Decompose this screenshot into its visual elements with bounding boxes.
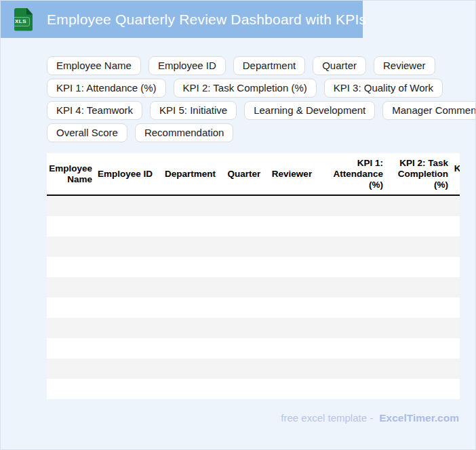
field-chip[interactable]: KPI 5: Initiative xyxy=(150,101,237,120)
table-row xyxy=(47,196,460,216)
xls-icon-label: XLS xyxy=(12,17,30,26)
table-row xyxy=(47,237,460,257)
page-title: Employee Quarterly Review Dashboard with… xyxy=(47,12,366,28)
column-header: KPI 3: Quality of Work xyxy=(452,153,460,195)
table-row xyxy=(47,298,460,318)
field-chip[interactable]: Department xyxy=(233,56,305,75)
column-header: KPI 2: Task Completion (%) xyxy=(387,153,452,195)
field-chip[interactable]: Recommendation xyxy=(135,123,234,142)
table-row xyxy=(47,379,460,399)
chip-row-3: KPI 4: TeamworkKPI 5: InitiativeLearning… xyxy=(47,101,476,120)
field-chip[interactable]: Manager Comments xyxy=(382,101,476,120)
field-chip[interactable]: KPI 1: Attendance (%) xyxy=(47,79,166,98)
table-row xyxy=(47,318,460,338)
field-chip[interactable]: KPI 4: Teamwork xyxy=(47,101,142,120)
table-row xyxy=(47,359,460,379)
table-body xyxy=(47,196,460,399)
field-chip[interactable]: Reviewer xyxy=(374,56,435,75)
footer-text: free excel template - xyxy=(281,412,373,424)
footer-brand-link[interactable]: ExcelTimer.com xyxy=(379,412,459,424)
app-header: XLS Employee Quarterly Review Dashboard … xyxy=(1,1,363,38)
table-row xyxy=(47,216,460,237)
field-chip[interactable]: Employee Name xyxy=(47,56,141,75)
chip-row-1: Employee NameEmployee IDDepartmentQuarte… xyxy=(47,56,476,75)
table-row xyxy=(47,257,460,277)
column-header: Department xyxy=(157,153,224,195)
field-chip[interactable]: Quarter xyxy=(313,56,366,75)
column-header: KPI 1: Attendance (%) xyxy=(319,153,387,195)
field-chip[interactable]: KPI 2: Task Completion (%) xyxy=(174,79,317,98)
field-chip[interactable]: Learning & Development xyxy=(244,101,375,120)
page: XLS Employee Quarterly Review Dashboard … xyxy=(0,0,476,450)
field-chip-list: Employee NameEmployee IDDepartmentQuarte… xyxy=(47,56,476,142)
template-preview-table: Employee NameEmployee IDDepartmentQuarte… xyxy=(47,153,460,399)
table-header-row: Employee NameEmployee IDDepartmentQuarte… xyxy=(47,153,460,196)
field-chip[interactable]: Employee ID xyxy=(148,56,226,75)
chip-row-4: Overall ScoreRecommendation xyxy=(47,123,476,142)
table-row xyxy=(47,338,460,359)
table-row xyxy=(47,277,460,298)
column-header: Reviewer xyxy=(264,153,319,195)
column-header: Employee ID xyxy=(96,153,157,195)
column-header: Employee Name xyxy=(47,153,96,195)
footer: free excel template - ExcelTimer.com xyxy=(281,412,459,424)
field-chip[interactable]: Overall Score xyxy=(47,123,127,142)
folded-corner xyxy=(26,8,33,15)
column-header: Quarter xyxy=(224,153,264,195)
chip-row-2: KPI 1: Attendance (%)KPI 2: Task Complet… xyxy=(47,79,476,98)
xls-file-icon: XLS xyxy=(14,8,33,31)
field-chip[interactable]: KPI 3: Quality of Work xyxy=(324,79,443,98)
